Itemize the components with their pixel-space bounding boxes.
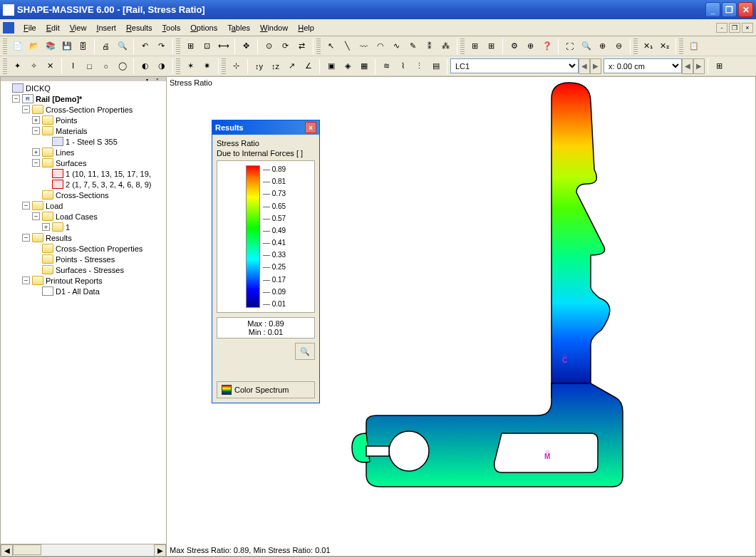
dim-y-icon[interactable]: ↕y xyxy=(251,58,267,74)
calc-icon[interactable]: ⚙ xyxy=(506,38,522,54)
mirror-icon[interactable]: ⇄ xyxy=(294,38,310,54)
results-legend-panel[interactable]: Results × Stress Ratio Due to Internal F… xyxy=(212,120,320,403)
section-1-icon[interactable]: ▣ xyxy=(323,58,339,74)
star-1-icon[interactable]: ✶ xyxy=(182,58,199,74)
expander-icon[interactable]: − xyxy=(22,202,30,210)
toolbar-grip[interactable] xyxy=(679,38,683,54)
tree-res-points[interactable]: Points - Stresses xyxy=(56,255,115,264)
tree-lines[interactable]: Lines xyxy=(56,148,74,157)
x1-icon[interactable]: ✕₁ xyxy=(640,38,656,54)
split-line-icon[interactable]: ⁑ xyxy=(421,38,437,54)
axis-icon[interactable]: ⊹ xyxy=(228,58,244,74)
toolbar-grip[interactable] xyxy=(316,38,321,54)
next-lc-button[interactable]: ▶ xyxy=(590,58,601,74)
expander-icon[interactable]: − xyxy=(22,105,30,113)
shape-rect-icon[interactable]: □ xyxy=(81,58,98,74)
menu-file[interactable]: File xyxy=(19,22,41,33)
scroll-right-icon[interactable]: ▶ xyxy=(154,544,166,557)
menu-help[interactable]: Help xyxy=(293,22,319,33)
move-icon[interactable]: ✥ xyxy=(238,38,254,54)
results-panel-close-icon[interactable]: × xyxy=(305,122,316,133)
mdi-restore-button[interactable]: ❐ xyxy=(729,23,740,33)
shape-I-icon[interactable]: Ⅰ xyxy=(65,58,81,74)
expander-icon[interactable]: − xyxy=(32,159,40,167)
grid-toggle-icon[interactable]: ⊞ xyxy=(182,38,199,54)
rotate-icon[interactable]: ⟳ xyxy=(277,38,294,54)
zoom-fit-icon[interactable]: ⛶ xyxy=(561,38,578,54)
print-report-icon[interactable]: 📋 xyxy=(685,38,702,54)
expander-icon[interactable]: − xyxy=(22,277,30,284)
toolbar-grip[interactable] xyxy=(3,38,7,54)
zoom-window-icon[interactable]: 🔍 xyxy=(578,38,594,54)
edit-line-icon[interactable]: ✎ xyxy=(405,38,421,54)
menu-options[interactable]: Options xyxy=(185,22,222,33)
join-line-icon[interactable]: ⁂ xyxy=(437,38,454,54)
tree-surf1[interactable]: 1 (10, 11, 13, 15, 17, 19, xyxy=(66,170,151,178)
tree-results[interactable]: Results xyxy=(46,234,72,242)
prev-lc-button[interactable]: ◀ xyxy=(579,58,590,74)
menu-edit[interactable]: Edit xyxy=(41,22,65,33)
new-file-icon[interactable]: 📄 xyxy=(9,38,26,54)
toolbar-grip[interactable] xyxy=(176,58,180,74)
dim-z-icon[interactable]: ↕z xyxy=(267,58,284,74)
snap-intersection-icon[interactable]: ✕ xyxy=(42,58,58,74)
close-button[interactable]: ✕ xyxy=(738,2,753,17)
menu-tables[interactable]: Tables xyxy=(222,22,255,33)
open-file-icon[interactable]: 📂 xyxy=(26,38,42,54)
menu-results[interactable]: Results xyxy=(121,22,157,33)
dim-angle-icon[interactable]: ∠ xyxy=(300,58,316,74)
snap-endpoint-icon[interactable]: ✦ xyxy=(9,58,26,74)
tree-project[interactable]: Rail [Demo]* xyxy=(36,95,82,103)
section-3-icon[interactable]: ▦ xyxy=(356,58,372,74)
next-pos-button[interactable]: ▶ xyxy=(693,58,705,74)
shade-2-icon[interactable]: ◑ xyxy=(153,58,170,74)
prev-pos-button[interactable]: ◀ xyxy=(682,58,693,74)
save-all-icon[interactable]: 🗄 xyxy=(75,38,91,54)
toolbar-grip[interactable] xyxy=(633,38,638,54)
expander-icon[interactable]: − xyxy=(22,234,30,242)
tree-lc1[interactable]: 1 xyxy=(66,223,70,232)
cursor-icon[interactable]: ↖ xyxy=(323,38,339,54)
expander-icon[interactable]: − xyxy=(32,127,40,135)
line-tool-icon[interactable]: ╲ xyxy=(339,38,356,54)
query-icon[interactable]: ❓ xyxy=(539,38,555,54)
maximize-button[interactable]: ❐ xyxy=(722,2,737,17)
print-icon[interactable]: 🖨 xyxy=(98,38,114,54)
result-s-icon[interactable]: ≋ xyxy=(378,58,395,74)
tree-cross-sections[interactable]: Cross-Sections xyxy=(56,191,109,200)
tree-d1[interactable]: D1 - All Data xyxy=(56,287,100,296)
model-viewport[interactable]: Stress Ratio xyxy=(167,76,756,557)
expander-icon[interactable]: + xyxy=(32,116,40,124)
table-1-icon[interactable]: ⊞ xyxy=(467,38,483,54)
arc-tool-icon[interactable]: ◠ xyxy=(372,38,388,54)
results-panel-titlebar[interactable]: Results × xyxy=(212,120,319,135)
snap-midpoint-icon[interactable]: ✧ xyxy=(26,58,42,74)
dim-yz-icon[interactable]: ↗ xyxy=(284,58,300,74)
toolbar-grip[interactable] xyxy=(222,58,226,74)
result-sb-icon[interactable]: ⋮ xyxy=(411,58,428,74)
project-tree[interactable]: DICKQ −RRail [Demo]* −Cross-Section Prop… xyxy=(1,81,166,544)
mdi-close-button[interactable]: × xyxy=(742,23,753,33)
toolbar-grip[interactable] xyxy=(176,38,180,54)
print-preview-icon[interactable]: 🔍 xyxy=(114,38,130,54)
tree-res-csp[interactable]: Cross-Section Properties xyxy=(56,244,143,253)
scroll-left-icon[interactable]: ◀ xyxy=(1,544,13,557)
menu-tools[interactable]: Tools xyxy=(157,22,186,33)
undo-icon[interactable]: ↶ xyxy=(137,38,153,54)
zoom-out-icon[interactable]: ⊖ xyxy=(611,38,627,54)
menu-window[interactable]: Window xyxy=(255,22,293,33)
position-select[interactable]: x: 0.00 cm xyxy=(604,58,682,73)
tree-load[interactable]: Load xyxy=(46,202,63,210)
open-model-icon[interactable]: 📚 xyxy=(42,38,58,54)
legend-zoom-button[interactable]: 🔍 xyxy=(295,343,315,360)
save-icon[interactable]: 💾 xyxy=(58,38,75,54)
sidebar-hscroll[interactable]: ◀ ▶ xyxy=(1,544,166,556)
coord-icon[interactable]: ⊕ xyxy=(522,38,539,54)
table-2-icon[interactable]: ⊞ xyxy=(483,38,499,54)
mdi-minimize-button[interactable]: - xyxy=(716,23,727,33)
toolbar-grip[interactable] xyxy=(460,38,465,54)
dimension-icon[interactable]: ⟷ xyxy=(215,38,232,54)
view-4-icon[interactable]: ⊞ xyxy=(711,58,727,74)
zoom-in-icon[interactable]: ⊕ xyxy=(594,38,611,54)
tree-surfaces[interactable]: Surfaces xyxy=(56,159,86,167)
